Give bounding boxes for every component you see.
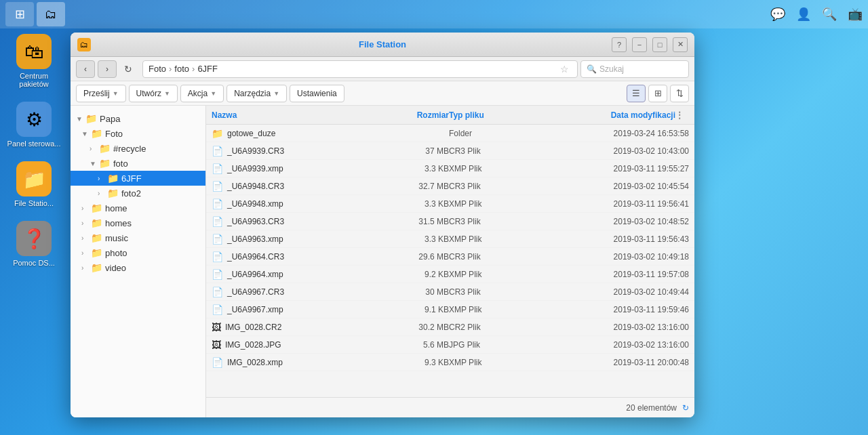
sidebar-item-video[interactable]: › 📁 video xyxy=(71,260,205,275)
table-row[interactable]: 📄 IMG_0028.xmp 9.3 KB XMP Plik 2019-03-1… xyxy=(206,354,694,371)
restore-button[interactable]: □ xyxy=(652,37,667,52)
file-icon: 📄 xyxy=(212,163,223,174)
desktop-icon-pomoc[interactable]: ❓ Pomoc DS... xyxy=(7,221,61,267)
toggle-homes: › xyxy=(81,220,91,227)
file-date: 2019-03-11 19:57:08 xyxy=(530,270,689,279)
sidebar-item-photo[interactable]: › 📁 photo xyxy=(71,245,205,260)
window-controls: ? − □ ✕ xyxy=(612,37,688,52)
sidebar-item-foto[interactable]: ▼ 📁 Foto xyxy=(71,126,205,141)
forward-button[interactable]: › xyxy=(98,60,117,78)
file-size: 3.3 KB xyxy=(388,164,449,173)
folder-icon-photo: 📁 xyxy=(91,247,102,258)
back-button[interactable]: ‹ xyxy=(76,60,95,78)
table-row[interactable]: 🖼 IMG_0028.JPG 5.6 MB JPG Plik 2019-03-0… xyxy=(206,336,694,354)
file-date: 2019-03-24 16:53:58 xyxy=(530,129,689,138)
file-type: CR3 Plik xyxy=(449,146,530,156)
file-type: JPG Plik xyxy=(449,340,530,350)
close-button[interactable]: ✕ xyxy=(673,37,688,52)
desktop-icon-filestation[interactable]: 📁 File Statio... xyxy=(7,161,61,207)
col-header-type[interactable]: Typ pliku xyxy=(449,110,530,120)
akcja-button[interactable]: Akcja ▼ xyxy=(180,85,224,102)
search-icon-taskbar[interactable]: 🔍 xyxy=(822,7,837,22)
col-header-date[interactable]: Data modyfikacji xyxy=(530,110,675,120)
sidebar-item-home[interactable]: › 📁 home xyxy=(71,201,205,215)
file-icon: 📄 xyxy=(212,216,223,227)
sidebar-item-6jff[interactable]: › 📁 6JFF xyxy=(71,171,205,186)
file-name: IMG_0028.JPG xyxy=(225,340,281,350)
file-date: 2019-03-02 13:16:00 xyxy=(530,323,689,332)
bookmark-button[interactable]: ☆ xyxy=(557,62,572,77)
file-type: XMP Plik xyxy=(449,164,530,173)
utworz-button[interactable]: Utwórz ▼ xyxy=(129,85,178,102)
breadcrumb-sep-1: › xyxy=(169,64,172,74)
minimize-button[interactable]: − xyxy=(632,37,647,52)
view-controls: ☰ ⊞ ⇅ xyxy=(627,85,689,102)
taskbar-app-filestation[interactable]: 🗂 xyxy=(37,2,65,26)
file-date: 2019-03-11 19:55:27 xyxy=(530,164,689,173)
folder-icon-6jff: 📁 xyxy=(107,173,119,184)
sidebar-item-foto2[interactable]: › 📁 foto2 xyxy=(71,186,205,201)
refresh-status-button[interactable]: ↻ xyxy=(682,403,689,413)
file-name: _U6A9964.CR3 xyxy=(227,252,284,262)
view-options-button[interactable]: ⊞ xyxy=(648,85,667,102)
breadcrumb-part-foto2[interactable]: foto xyxy=(174,64,189,74)
ustawienia-button[interactable]: Ustawienia xyxy=(290,85,344,102)
toggle-papa: ▼ xyxy=(76,115,85,123)
sidebar-item-music[interactable]: › 📁 music xyxy=(71,230,205,245)
sidebar-item-music-label: music xyxy=(105,233,200,243)
sidebar-item-homes[interactable]: › 📁 homes xyxy=(71,215,205,230)
table-row[interactable]: 📄 _U6A9948.xmp 3.3 KB XMP Plik 2019-03-1… xyxy=(206,195,694,213)
file-size: 32.7 MB xyxy=(388,182,449,191)
narzedzia-button[interactable]: Narzędzia ▼ xyxy=(226,85,287,102)
table-row[interactable]: 📄 _U6A9963.CR3 31.5 MB CR3 Plik 2019-03-… xyxy=(206,213,694,230)
breadcrumb-part-6jff[interactable]: 6JFF xyxy=(197,64,218,74)
utworz-caret: ▼ xyxy=(164,90,170,97)
sidebar-item-homes-label: homes xyxy=(105,218,200,228)
file-date: 2019-03-11 19:56:43 xyxy=(530,234,689,244)
desktop-icon-centrum-label: Centrumpakietów xyxy=(19,72,48,88)
taskbar-right: 💬 👤 🔍 📺 xyxy=(770,7,863,22)
table-row[interactable]: 📄 _U6A9967.CR3 30 MB CR3 Plik 2019-03-02… xyxy=(206,283,694,301)
file-date: 2019-03-02 10:48:52 xyxy=(530,217,689,226)
file-name: IMG_0028.CR2 xyxy=(225,323,281,332)
table-row[interactable]: 📄 _U6A9964.CR3 29.6 MB CR3 Plik 2019-03-… xyxy=(206,248,694,266)
table-row[interactable]: 📄 _U6A9939.xmp 3.3 KB XMP Plik 2019-03-1… xyxy=(206,160,694,178)
table-row[interactable]: 📄 _U6A9964.xmp 9.2 KB XMP Plik 2019-03-1… xyxy=(206,266,694,283)
chat-icon[interactable]: 💬 xyxy=(770,7,785,22)
table-row[interactable]: 📄 _U6A9967.xmp 9.1 KB XMP Plik 2019-03-1… xyxy=(206,301,694,318)
przeslij-button[interactable]: Prześlij ▼ xyxy=(76,85,126,102)
desktop-icon-panel[interactable]: ⚙ Panel sterowa... xyxy=(7,102,61,148)
sidebar-item-papa[interactable]: ▼ 📁 Papa xyxy=(71,111,205,126)
file-type: Folder xyxy=(449,129,530,138)
desktop-icon-centrum[interactable]: 🛍 Centrumpakietów xyxy=(7,34,61,88)
search-icon: 🔍 xyxy=(587,64,597,74)
refresh-button[interactable]: ↻ xyxy=(119,60,137,78)
col-header-name[interactable]: Nazwa xyxy=(212,110,388,120)
file-name: _U6A9948.xmp xyxy=(227,199,283,209)
window-icon: 🗂 xyxy=(77,38,91,51)
table-row[interactable]: 🖼 IMG_0028.CR2 30.2 MB CR2 Plik 2019-03-… xyxy=(206,318,694,336)
sidebar-item-foto-sub[interactable]: ▼ 📁 foto xyxy=(71,156,205,171)
search-bar[interactable]: 🔍 Szukaj xyxy=(580,60,689,78)
file-icon: 📄 xyxy=(212,146,223,157)
desktop: ⊞ 🗂 💬 👤 🔍 📺 🛍 Centrumpakietów ⚙ Panel st… xyxy=(0,0,868,435)
col-header-size[interactable]: Rozmiar xyxy=(388,110,449,120)
table-row[interactable]: 📄 _U6A9963.xmp 3.3 KB XMP Plik 2019-03-1… xyxy=(206,230,694,248)
table-row[interactable]: 📄 _U6A9948.CR3 32.7 MB CR3 Plik 2019-03-… xyxy=(206,178,694,195)
file-size: 9.2 KB xyxy=(388,270,449,279)
file-rows: 📁 gotowe_duze Folder 2019-03-24 16:53:58… xyxy=(206,125,694,397)
table-row[interactable]: 📁 gotowe_duze Folder 2019-03-24 16:53:58 xyxy=(206,125,694,142)
list-view-button[interactable]: ☰ xyxy=(627,85,646,102)
taskbar-app-grid[interactable]: ⊞ xyxy=(5,2,34,26)
sort-button[interactable]: ⇅ xyxy=(670,85,689,102)
user-icon[interactable]: 👤 xyxy=(796,7,811,22)
breadcrumb-part-foto[interactable]: Foto xyxy=(149,64,166,74)
file-size: 29.6 MB xyxy=(388,252,449,262)
file-name: gotowe_duze xyxy=(227,129,275,138)
help-button[interactable]: ? xyxy=(612,37,627,52)
col-header-more[interactable]: ⋮ xyxy=(675,110,689,120)
table-row[interactable]: 📄 _U6A9939.CR3 37 MB CR3 Plik 2019-03-02… xyxy=(206,142,694,160)
display-icon[interactable]: 📺 xyxy=(848,7,863,22)
sidebar-item-recycle-label: #recycle xyxy=(113,144,200,154)
sidebar-item-recycle[interactable]: › 📁 #recycle xyxy=(71,141,205,156)
